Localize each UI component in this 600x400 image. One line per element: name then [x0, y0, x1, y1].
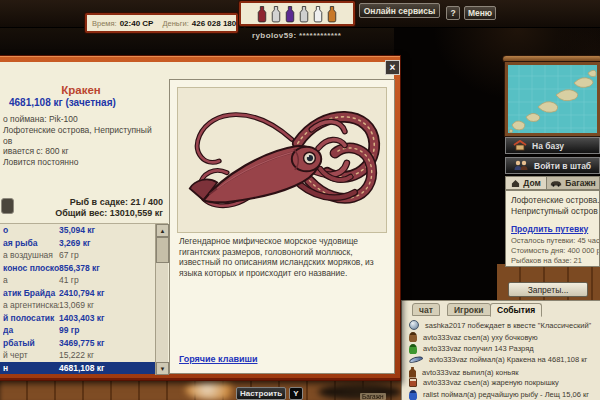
info-line: Ловится постоянно — [3, 157, 152, 168]
ticket-left-text: Осталось путевки: 45 час. — [511, 236, 599, 245]
chat-message-text: avto333vaz съел(а) уху бочковую — [423, 333, 538, 342]
scrollbar-thumb[interactable] — [156, 237, 169, 263]
close-icon[interactable]: × — [385, 60, 400, 75]
potion-white-icon[interactable] — [313, 5, 323, 23]
chat-message: sashka2017 побеждает в квесте "Классичес… — [409, 320, 599, 330]
fish-name: й полосатик — [3, 313, 59, 323]
hotkeys-link[interactable]: Горячие клавиши — [179, 354, 257, 364]
fish-row[interactable]: рбатый 3469,775 кг — [0, 337, 168, 350]
fish-row[interactable]: а воздушная 67 гр — [0, 249, 168, 262]
y-hotkey-button[interactable]: Y — [289, 387, 303, 400]
potion-silver-icon[interactable] — [299, 5, 309, 23]
fish-name: ая рыба — [3, 238, 59, 248]
minimap[interactable] — [505, 55, 600, 136]
online-services-button[interactable]: Онлайн сервисы — [359, 3, 440, 18]
chat-message-text: sashka2017 побеждает в квесте "Классичес… — [425, 321, 591, 330]
day-cost-text: Стоимость дня: 400 000 руб. — [511, 246, 599, 255]
fish-weight: 1403,403 кг — [59, 313, 105, 323]
potion-purple-icon[interactable] — [285, 5, 295, 23]
location-line2: Неприступный остров — [511, 206, 599, 217]
car-icon — [550, 179, 562, 187]
chat-panel: чат Игроки События sashka2017 побеждает … — [401, 300, 600, 400]
fish-name: а воздушная — [3, 250, 59, 260]
fish-row-selected[interactable]: н 4681,108 кг — [0, 362, 168, 375]
fish-weight: 67 гр — [59, 250, 79, 260]
extend-ticket-link[interactable]: Продлить путевку — [511, 224, 599, 235]
menu-button[interactable]: Меню — [464, 6, 496, 20]
info-line: Лофотенские острова, Неприступный — [3, 125, 152, 136]
hut-icon — [513, 140, 527, 151]
enter-hq-label: Войти в штаб — [534, 161, 591, 171]
bottle-icon — [409, 367, 416, 378]
fish-name: атик Брайда — [3, 288, 59, 298]
tab-home[interactable]: Дом — [505, 176, 547, 190]
lofoten-islands-map — [508, 65, 597, 133]
fish-weight: 35,094 кг — [59, 225, 95, 235]
fish-list-scrollbar[interactable]: ▲ ▼ — [155, 224, 168, 375]
map-body[interactable] — [505, 62, 600, 136]
kraken-illustration — [178, 88, 386, 232]
person-icon — [409, 332, 417, 342]
tab-chat[interactable]: чат — [412, 303, 440, 316]
fish-row[interactable]: конос плоскогол... 856,378 кг — [0, 262, 168, 275]
info-line: ов — [3, 136, 152, 147]
lure-icon — [409, 355, 423, 364]
potion-silver-icon[interactable] — [271, 5, 281, 23]
potion-red-icon[interactable] — [257, 5, 267, 23]
bans-button[interactable]: Запреты... — [508, 282, 588, 297]
record-weight: 4681,108 кг (зачетная) — [9, 97, 116, 108]
home-trunk-tabs: Дом Багажн — [505, 176, 600, 190]
fish-name: конос плоскогол... — [3, 263, 59, 273]
tab-players[interactable]: Игроки — [447, 303, 491, 316]
help-button[interactable]: ? — [446, 6, 460, 20]
location-line1: Лофотенские острова. — [511, 195, 599, 206]
chat-message: avto333vaz получил 143 Разряд — [409, 344, 599, 354]
game-screen: Время: 02:40 СР Деньги: 426 028 180 руб.… — [0, 0, 600, 400]
chat-message-text: avto333vaz поймал(а) Кракена на 4681,108… — [429, 355, 587, 364]
enter-hq-button[interactable]: Войти в штаб — [505, 157, 600, 174]
to-base-button[interactable]: На базу — [505, 137, 600, 154]
person-icon — [409, 344, 417, 354]
chat-message: ralist поймал(а) редчайшую рыбу - Лещ 15… — [409, 390, 599, 400]
cage-summary: Рыб в садке: 21 / 400 Общий вес: 13010,5… — [0, 197, 167, 219]
tab-home-label: Дом — [523, 178, 541, 188]
fish-weight: 15,222 кг — [59, 350, 94, 360]
fish-name: да — [3, 325, 59, 335]
fishers-on-base-text: Рыбаков на базе: 21 — [511, 256, 599, 265]
chat-message: avto333vaz выпил(а) коньяк — [409, 367, 599, 378]
tab-events[interactable]: События — [490, 303, 542, 317]
cage-total-weight: Общий вес: 13010,559 кг — [0, 208, 163, 219]
fish-row[interactable]: ая рыба 3,269 кг — [0, 237, 168, 250]
fish-description: Легендарное мифическое морское чудовище … — [179, 236, 388, 278]
scroll-up-icon[interactable]: ▲ — [156, 224, 169, 237]
fish-weight: 3,269 кг — [59, 238, 90, 248]
house-icon — [511, 179, 520, 188]
chat-message-text: avto333vaz выпил(а) коньяк — [422, 368, 519, 377]
time-value: 02:40 СР — [120, 19, 154, 28]
login-password-field[interactable]: rybolov59: ************ — [252, 31, 341, 40]
person-icon — [409, 390, 417, 400]
fish-row[interactable]: й черт 15,222 кг — [0, 349, 168, 362]
fish-weight: 4681,108 кг — [59, 363, 105, 373]
fish-title: Кракен — [0, 84, 167, 96]
fish-row[interactable]: да 99 гр — [0, 324, 168, 337]
trunk-label: Багажн — [360, 393, 386, 400]
fish-weight: 3469,775 кг — [59, 338, 105, 348]
fish-row[interactable]: о 35,094 кг — [0, 224, 168, 237]
globe-icon — [409, 320, 419, 330]
scroll-down-icon[interactable]: ▼ — [156, 362, 169, 375]
fish-name: н — [3, 363, 59, 373]
fish-name: рбатый — [3, 338, 59, 348]
configure-button[interactable]: Настроить — [236, 387, 286, 400]
tab-trunk[interactable]: Багажн — [547, 176, 600, 190]
fish-row[interactable]: а 41 гр — [0, 274, 168, 287]
people-icon — [513, 160, 529, 171]
chat-message-text: ralist поймал(а) редчайшую рыбу - Лещ 15… — [423, 390, 589, 399]
tab-trunk-label: Багажн — [565, 178, 595, 188]
fish-row[interactable]: а аргентинская 13,069 кг — [0, 299, 168, 312]
fish-row[interactable]: й полосатик 1403,403 кг — [0, 312, 168, 325]
deck-blur-item — [185, 380, 241, 400]
fish-row[interactable]: атик Брайда 2410,794 кг — [0, 287, 168, 300]
potion-orange-icon[interactable] — [327, 5, 337, 23]
chat-message: avto333vaz съел(а) жареную покрышку — [409, 378, 599, 387]
